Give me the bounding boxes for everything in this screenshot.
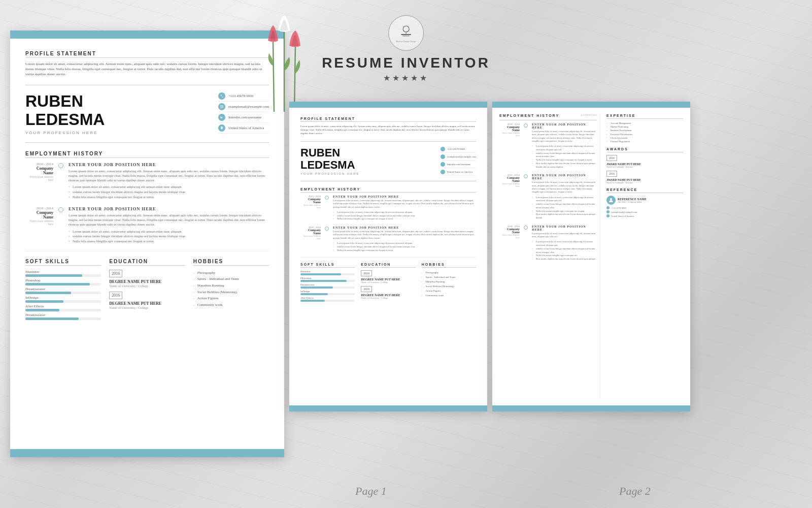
svg-rect-1 <box>401 34 411 35</box>
top-bar <box>492 102 690 108</box>
addr: Street/state address here <box>300 204 321 209</box>
bullet: sodales cursus lorem Integer tincidunt u… <box>333 214 476 218</box>
linkedin-icon <box>441 162 445 167</box>
addr: Street/state address here <box>300 235 321 240</box>
emp-title: EMPLOYMENT HISTORY <box>499 114 559 117</box>
addr-dot <box>606 214 610 217</box>
job-company-1: Company Name <box>25 166 53 175</box>
job-pos-2: ENTER YOUR JOB POSITION HERE <box>69 206 269 211</box>
employment-title: EMPLOYMENT HISTORY <box>25 151 269 158</box>
ref-phone: +123 4578 9000 <box>606 206 683 209</box>
job-content-1: ENTER YOUR JOB POSITION HERE Lorem ipsum… <box>69 162 269 200</box>
job-dot <box>524 174 528 178</box>
page2-body: EMPLOYMENT HISTORY (CONTINUED) 2010 - 20… <box>492 108 690 405</box>
hobbies-list: Photography Sports - Individual and Team… <box>193 270 269 308</box>
linkedin-text: linkedin.com/username <box>228 115 262 119</box>
skills-title: SOFT SKILLS <box>25 259 101 266</box>
top-bar <box>289 102 487 108</box>
bullet: Lorem ipsum dolor sit amet consectetur a… <box>532 240 597 247</box>
bullet: Lorem ipsum dolor sit amet, consectetur … <box>532 196 597 203</box>
edu-school: Name of University / College <box>109 306 185 309</box>
page2-right: EXPERTISE Account Management Market Posi… <box>604 114 683 399</box>
edu-year: 2016 <box>109 292 122 299</box>
job-content-2: ENTER YOUR JOB POSITION HERE Lorem ipsum… <box>69 206 269 244</box>
resume-page-medium2: EMPLOYMENT HISTORY (CONTINUED) 2010 - 20… <box>492 102 690 411</box>
bullet: sodales cursus lorem Integer tincidunt u… <box>532 152 597 159</box>
expertise-title: EXPERTISE <box>606 114 683 119</box>
name-block: RUBEN LEDESMA YOUR PROFESSION HERE +123 … <box>25 85 269 142</box>
job-date: 2010 - 2014 Company Name Street/state ad… <box>300 195 321 221</box>
company: Company Name <box>499 228 520 234</box>
hobby-item: Sports - Individual and Team <box>193 276 269 282</box>
svg-line-4 <box>273 41 274 112</box>
bullet: Nulla felis massa fringilla eget consequ… <box>532 210 597 213</box>
reference-section: REFERENCE REFERENCE NAME Job Title - Com… <box>606 188 683 217</box>
award-org: Name of Company / Institute <box>606 166 683 168</box>
phone-text: +123 45678 9000 <box>228 94 253 98</box>
edu-year: 2016 <box>361 286 372 292</box>
ref-title: REFERENCE <box>606 188 683 193</box>
expertise-item: Market Positioning <box>606 125 683 129</box>
contact-phone: +123 45678 9000 <box>441 147 476 153</box>
resume-body: PROFILE STATEMENT Lorem ipsum dolor sit … <box>289 108 487 405</box>
skill-label: Illustrator <box>300 270 355 273</box>
expertise-section: EXPERTISE Account Management Market Posi… <box>606 114 683 143</box>
job-content: ENTER YOUR JOB POSITION HERE Lorem ipsum… <box>333 195 476 221</box>
hobby-item: Action Figures <box>193 295 269 302</box>
skill-item: InDesign <box>25 296 101 303</box>
job-date-1: 2010 - 2014 Company Name Street/state ad… <box>25 162 53 200</box>
hobby: Sports - Individual and Team <box>422 275 476 279</box>
pos: ENTER YOUR JOB POSITION HERE <box>532 225 597 231</box>
hobby-item: Social Hobbies (Mentoring) <box>193 289 269 296</box>
job-content: ENTER YOUR JOB POSITION HERE Lorem ipsum… <box>532 225 597 261</box>
hobbies-title: HOBBIES <box>193 259 269 266</box>
edu-item-1: 2016 DEGREE NAME PUT HERE Name of Univer… <box>109 270 185 288</box>
phone-dot <box>606 206 610 209</box>
skill-label: InDesign <box>300 290 355 293</box>
ref-avatar <box>606 196 616 205</box>
pos: ENTER YOUR JOB POSITION HERE <box>532 123 597 129</box>
pos: ENTER YOUR JOB POSITION HERE <box>333 226 476 229</box>
last-name: LEDESMA <box>300 159 360 171</box>
job-entry-2: 2010 - 2014 Company Name Street/state ad… <box>25 206 269 244</box>
job-addr-1: Street/state address here <box>25 175 53 181</box>
bullet: sodales cursus lorem Integer tincidunt u… <box>532 203 597 210</box>
expertise-item: Account Management <box>606 121 683 125</box>
bullet: Nulla felis massa fringilla eget consequ… <box>532 254 597 258</box>
bullet: sodales cursus lorem Integer tincidunt u… <box>69 234 269 239</box>
hobby: Community work <box>422 293 476 298</box>
company: Company Name <box>499 176 520 182</box>
skill-item: Dreamweaver <box>25 287 101 294</box>
contact-address: United States of America <box>218 124 269 134</box>
flower-decoration <box>259 0 310 114</box>
hobby: Photography <box>422 270 476 275</box>
hobby-item: Photography <box>193 270 269 276</box>
ref-phone-text: +123 4578 9000 <box>611 207 626 209</box>
bullet: Duis iaculis dapibus dui non efficitur l… <box>532 258 597 261</box>
emp-header: EMPLOYMENT HISTORY (CONTINUED) <box>499 114 597 120</box>
skill-item: After Effects <box>25 304 101 311</box>
profession: YOUR PROFESSION HERE <box>300 172 360 175</box>
skills-title: SOFT SKILLS <box>300 263 355 268</box>
bullet: Duis iaculis dapibus dui non efficitur l… <box>532 213 597 220</box>
profession: YOUR PROFESSION HERE <box>25 131 105 135</box>
email-text: examplemail@example.com <box>447 155 476 158</box>
job-desc-1: Lorem ipsum dolor sit amet, consectetur … <box>69 169 269 182</box>
ref-address: United States of America <box>606 214 683 217</box>
hobby: Action Figures <box>422 289 476 293</box>
job-dot <box>325 227 329 231</box>
skill-item: Photoshop <box>25 278 101 285</box>
page2-left: EMPLOYMENT HISTORY (CONTINUED) 2010 - 20… <box>499 114 600 399</box>
award-item: 2016 AWARD NAME PUT HERE Name of Company… <box>606 171 683 184</box>
company: Company Name <box>300 229 321 235</box>
job-entry-1: 2010 - 2014 Company Name Street/state ad… <box>300 195 476 221</box>
expertise-item: Business Development <box>606 129 683 132</box>
award-year: 2016 <box>606 171 617 177</box>
job-date: 2010 - 2014 Company Name Street/state ad… <box>300 226 321 252</box>
job-dates-text: 2010 - 2014 <box>25 162 53 166</box>
job-desc-2: Lorem ipsum dolor sit amet, consectetur … <box>69 213 269 227</box>
award-item: 2016 AWARD NAME PUT HERE Name of Company… <box>606 155 683 168</box>
skill-label: Photoshop <box>25 278 101 282</box>
job-date: 2010 - 2014 Company Name Street/state ad… <box>499 123 520 169</box>
edu-degree: DEGREE NAME PUT HERE <box>109 301 185 306</box>
